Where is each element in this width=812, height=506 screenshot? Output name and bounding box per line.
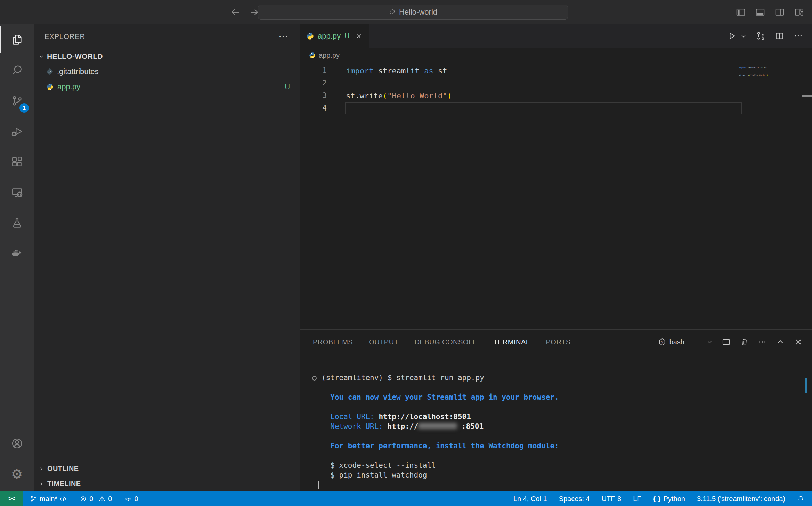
close-panel-icon[interactable] [794, 337, 803, 346]
broadcast-icon [124, 495, 132, 503]
encoding[interactable]: UTF-8 [602, 495, 622, 503]
code-editor[interactable]: 1import streamlit as st23st.write("Hello… [300, 63, 812, 329]
maximize-panel-chevron-icon[interactable] [776, 337, 785, 346]
panel-tab-problems[interactable]: PROBLEMS [313, 330, 353, 354]
forward-arrow-icon[interactable] [249, 7, 259, 17]
code-line[interactable]: 2 [300, 77, 812, 89]
panel-tab-output[interactable]: OUTPUT [369, 330, 398, 354]
bash-terminal-icon: $ [658, 338, 666, 346]
code-text: st.write("Hello World") [346, 91, 452, 100]
activity-testing[interactable] [0, 208, 34, 238]
gear-icon: ⚙ [11, 467, 23, 481]
chevron-down-icon [38, 53, 44, 59]
extensions-icon [11, 156, 23, 168]
split-editor-icon[interactable] [775, 31, 784, 41]
terminal-line: For better performance, install the Watc… [322, 442, 812, 451]
terminal[interactable]: (streamlitenv) $ streamlit run app.py Yo… [300, 354, 812, 491]
terminal-shell-chip[interactable]: $ bash [658, 338, 684, 346]
problems-status-item[interactable]: 0 0 [80, 495, 112, 503]
language-mode[interactable]: { } Python [653, 495, 685, 503]
code-line[interactable]: 1import streamlit as st [300, 64, 812, 77]
new-terminal-icon[interactable] [693, 337, 703, 346]
activity-source-control[interactable]: 1 [0, 85, 34, 116]
layout-controls [736, 0, 804, 24]
cursor-position[interactable]: Ln 4, Col 1 [513, 495, 547, 503]
tab-untracked-badge: U [344, 32, 349, 40]
activity-explorer[interactable] [0, 24, 34, 55]
terminal-dropdown-chevron-icon[interactable] [707, 339, 713, 345]
ports-count: 0 [134, 495, 138, 503]
back-arrow-icon[interactable] [230, 7, 241, 17]
terminal-scrollbar-thumb[interactable] [805, 378, 807, 393]
activity-bar: 1 ⚙ [0, 24, 34, 491]
split-terminal-icon[interactable] [722, 337, 731, 346]
terminal-cursor [315, 481, 319, 489]
current-line-highlight [345, 102, 742, 114]
minimap-line: import streamlit as st [739, 66, 798, 70]
file-app-py[interactable]: app.py U [34, 79, 300, 95]
editor-actions [727, 24, 812, 48]
notifications-bell-icon[interactable] [797, 495, 804, 503]
python-file-icon [309, 52, 316, 59]
panel-more-actions-icon[interactable] [758, 337, 767, 346]
code-line[interactable]: 3st.write("Hello World") [300, 89, 812, 102]
ports-status-item[interactable]: 0 [124, 495, 138, 503]
activity-remote-explorer[interactable] [0, 177, 34, 208]
folder-hello-world[interactable]: HELLO-WORLD [34, 49, 300, 64]
files-icon [11, 33, 23, 46]
terminal-output: (streamlitenv) $ streamlit run app.py Yo… [322, 374, 812, 481]
more-actions-icon[interactable] [794, 31, 803, 41]
panel-tab-debug-console[interactable]: DEBUG CONSOLE [414, 330, 477, 354]
file-name: app.py [57, 82, 80, 91]
redacted-ip [418, 423, 457, 429]
branch-status-item[interactable]: main* [30, 495, 67, 503]
command-center-search[interactable]: Hello-world [258, 5, 568, 20]
tab-app-py[interactable]: app.py U [300, 24, 369, 48]
activity-extensions[interactable] [0, 147, 34, 177]
section-outline[interactable]: OUTLINE [34, 461, 300, 476]
timeline-label: TIMELINE [47, 480, 81, 488]
panel-tab-ports[interactable]: PORTS [546, 330, 570, 354]
activity-search[interactable] [0, 55, 34, 85]
activity-run-debug[interactable] [0, 116, 34, 147]
toggle-sidebar-icon[interactable] [736, 7, 746, 17]
terminal-line: You can now view your Streamlit app in y… [322, 393, 812, 403]
chevron-right-icon [39, 481, 44, 487]
breadcrumb[interactable]: app.py [300, 48, 812, 63]
overview-cursor-marker [802, 95, 812, 97]
file-gitattributes[interactable]: .gitattributes [34, 64, 300, 79]
run-debug-icon [11, 125, 23, 138]
settings-button[interactable]: ⚙ [0, 459, 34, 489]
terminal-line: (streamlitenv) $ streamlit run app.py [322, 374, 812, 383]
run-python-file-icon[interactable] [727, 31, 737, 41]
customize-layout-icon[interactable] [794, 7, 804, 17]
kill-terminal-trash-icon[interactable] [740, 337, 749, 346]
indentation[interactable]: Spaces: 4 [559, 495, 590, 503]
account-icon [11, 437, 23, 450]
toggle-secondary-sidebar-icon[interactable] [774, 7, 785, 17]
search-icon [389, 9, 396, 16]
terminal-line: $ xcode-select --install [322, 461, 812, 471]
shell-label: bash [669, 338, 684, 346]
account-button[interactable] [0, 428, 34, 459]
status-bar: >< main* 0 0 0 Ln 4, Col 1 Spaces: 4 UTF… [0, 491, 812, 506]
run-dropdown-chevron-icon[interactable] [740, 33, 747, 39]
minimap[interactable]: import streamlit as st st.write("Hello W… [739, 66, 798, 81]
remote-indicator[interactable]: >< [0, 491, 23, 506]
panel-actions: $ bash [658, 337, 803, 346]
python-interpreter[interactable]: 3.11.5 ('streamlitenv': conda) [697, 495, 785, 503]
section-timeline[interactable]: TIMELINE [34, 476, 300, 491]
remote-explorer-icon [11, 186, 23, 199]
history-nav [230, 0, 259, 24]
line-number: 4 [300, 104, 327, 112]
open-changes-icon[interactable] [756, 31, 765, 41]
panel-tab-terminal[interactable]: TERMINAL [493, 330, 530, 354]
toggle-panel-icon[interactable] [755, 7, 765, 17]
eol[interactable]: LF [633, 495, 641, 503]
terminal-line [322, 383, 812, 393]
terminal-line: Local URL: http://localhost:8501 [322, 413, 812, 422]
activity-docker[interactable] [0, 238, 34, 269]
close-icon[interactable] [355, 32, 363, 40]
editor-tabbar: app.py U [300, 24, 812, 48]
svg-text:$: $ [661, 340, 663, 344]
